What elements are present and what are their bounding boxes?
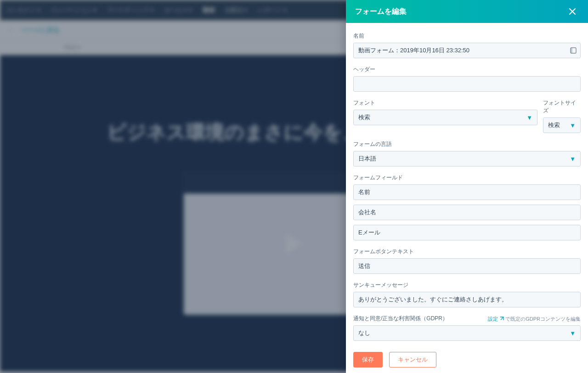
gdpr-label: 通知と同意/正当な利害関係（GDPR） — [353, 315, 488, 323]
edit-form-panel: フォームを編集 名前 動画フォーム：2019年10月16日 23:32:50 ヘ… — [346, 0, 588, 373]
gdpr-hint: 設定 で既定のGDPRコンテンツを編集 — [488, 316, 581, 323]
font-select[interactable]: 検索 ▼ — [353, 110, 537, 125]
thankyou-label: サンキューメッセージ — [353, 281, 581, 289]
name-label: 名前 — [353, 32, 581, 40]
gdpr-settings-link[interactable]: 設定 — [488, 316, 505, 322]
panel-footer: 保存 キャンセル — [346, 346, 588, 373]
form-fields-label: フォームフィールド — [353, 174, 581, 182]
chevron-down-icon: ▼ — [526, 114, 532, 121]
header-label: ヘッダー — [353, 66, 581, 73]
font-label: フォント — [353, 99, 537, 107]
form-field-item[interactable]: 会社名 — [353, 205, 581, 220]
font-size-label: フォントサイズ — [543, 99, 581, 115]
button-text-label: フォームボタンテキスト — [353, 248, 581, 256]
form-field-item[interactable]: Eメール — [353, 225, 581, 240]
font-size-select[interactable]: 検索 ▼ — [543, 117, 581, 133]
chevron-down-icon: ▼ — [570, 122, 576, 129]
close-icon[interactable] — [569, 8, 579, 15]
button-text-input[interactable]: 送信 — [353, 258, 581, 274]
cancel-button[interactable]: キャンセル — [389, 352, 436, 367]
form-field-item[interactable]: 名前 — [353, 184, 581, 200]
chevron-down-icon: ▼ — [570, 330, 576, 337]
name-input[interactable]: 動画フォーム：2019年10月16日 23:32:50 — [353, 43, 581, 58]
language-label: フォームの言語 — [353, 140, 581, 148]
chevron-down-icon: ▼ — [570, 156, 576, 162]
save-button[interactable]: 保存 — [353, 352, 383, 367]
gdpr-select[interactable]: なし ▼ — [353, 325, 581, 341]
svg-rect-1 — [571, 48, 572, 53]
panel-header: フォームを編集 — [346, 0, 588, 23]
expand-icon[interactable] — [570, 47, 577, 54]
thankyou-input[interactable]: ありがとうございました。すぐにご連絡さしあげます。 — [353, 292, 581, 307]
panel-title: フォームを編集 — [355, 7, 569, 17]
language-select[interactable]: 日本語 ▼ — [353, 151, 581, 167]
panel-body: 名前 動画フォーム：2019年10月16日 23:32:50 ヘッダー フォント… — [346, 23, 588, 346]
header-input[interactable] — [353, 76, 581, 92]
